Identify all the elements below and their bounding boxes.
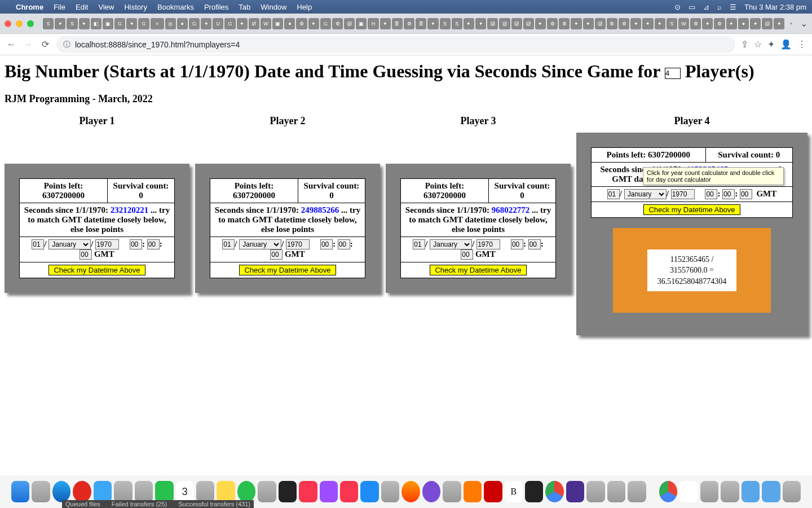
num-players-input[interactable]	[665, 68, 681, 79]
player-2-month-select[interactable]: January	[239, 239, 281, 249]
menu-tab[interactable]: Tab	[239, 3, 250, 11]
back-button[interactable]: ←	[6, 40, 17, 50]
dock-screen-icon[interactable]	[586, 481, 604, 502]
player-3-month-select[interactable]: January	[430, 239, 472, 249]
player-1-hh-input[interactable]	[130, 239, 142, 249]
menu-app[interactable]: Chrome	[16, 3, 43, 11]
dock-trash-icon[interactable]	[783, 481, 801, 502]
dock-gimp-icon[interactable]	[628, 481, 646, 502]
dock-downloads-icon[interactable]	[762, 481, 780, 502]
dock-filezilla-icon[interactable]	[484, 481, 502, 502]
tab-favicons[interactable]: S✦S✦◧▣G✦G × ◎●G✦UG✦ØW▣●⚙✦G⚙@▣H✦≣⚙≣✦SS✦✦@…	[43, 18, 797, 29]
dock-terminal-icon[interactable]	[525, 481, 543, 502]
player-3-check-button[interactable]: Check my Datetime Above	[430, 265, 526, 275]
dock-appstore-icon[interactable]	[360, 481, 378, 502]
menu-bookmarks[interactable]: Bookmarks	[157, 3, 194, 11]
dock-chrome2-icon[interactable]	[659, 481, 677, 502]
dock-textedit-icon[interactable]	[443, 481, 461, 502]
dock-pages-icon[interactable]	[464, 481, 482, 502]
player-3-seconds[interactable]: Seconds since 1/1/1970: 968022772 ... tr…	[401, 203, 556, 237]
forward-button[interactable]: →	[23, 40, 34, 50]
dock-reminders-icon[interactable]	[196, 481, 214, 502]
battery-icon[interactable]: ▭	[689, 3, 695, 11]
player-2-ss-input[interactable]	[270, 249, 283, 260]
dock-opera-icon[interactable]	[73, 481, 91, 502]
player-4-year-input[interactable]	[671, 189, 695, 199]
player-2-seconds[interactable]: Seconds since 1/1/1970: 249885266 ... tr…	[210, 203, 365, 237]
player-4-day-input[interactable]	[607, 189, 620, 199]
dock-systemprefs-icon[interactable]	[381, 481, 399, 502]
profile-avatar-icon[interactable]: 👤	[780, 39, 792, 50]
dock-maps-icon[interactable]	[258, 481, 276, 502]
dock-safari-icon[interactable]	[52, 481, 70, 502]
dock-firefox-icon[interactable]	[401, 481, 420, 502]
dock-photos-icon[interactable]	[135, 481, 153, 502]
dock-mamp-icon[interactable]: B	[505, 481, 523, 502]
player-4-month-select[interactable]: January	[624, 189, 667, 199]
player-2-check-button[interactable]: Check my Datetime Above	[239, 265, 336, 275]
active-tab[interactable]: ×	[151, 18, 164, 29]
dock-folder-icon[interactable]	[742, 481, 760, 502]
clock[interactable]: Thu 3 Mar 2:38 pm	[744, 3, 806, 11]
dock-podcasts-icon[interactable]	[320, 481, 338, 502]
wifi-icon[interactable]: ⊿	[703, 3, 709, 11]
dock-doc1-icon[interactable]	[700, 481, 718, 502]
minimize-window-icon[interactable]	[16, 20, 23, 27]
player-3-ss-input[interactable]	[461, 249, 473, 260]
player-3-year-input[interactable]	[476, 239, 500, 249]
player-4-mm-input[interactable]	[722, 189, 735, 199]
player-1-ss-input[interactable]	[80, 249, 92, 260]
player-2-year-input[interactable]	[286, 239, 310, 249]
player-1-month-select[interactable]: January	[48, 239, 91, 249]
dock-facetime-icon[interactable]	[155, 481, 173, 502]
address-bar[interactable]: ⓘ localhost:8888/since_1970.html?numplay…	[56, 36, 735, 53]
player-1-year-input[interactable]	[95, 239, 119, 249]
tab-overflow-icon[interactable]: ⌄	[800, 18, 807, 29]
control-center-icon[interactable]: ☰	[730, 3, 736, 11]
player-3-day-input[interactable]	[413, 239, 425, 249]
chrome-menu-icon[interactable]: ⋮	[797, 39, 806, 50]
menu-history[interactable]: History	[124, 3, 147, 11]
player-3-hh-input[interactable]	[511, 239, 523, 249]
player-2-hh-input[interactable]	[320, 239, 333, 249]
menu-profiles[interactable]: Profiles	[204, 3, 228, 11]
dock-tv-icon[interactable]	[279, 481, 297, 502]
share-icon[interactable]: ⇪	[741, 39, 748, 50]
dock-calendar-icon[interactable]: 3	[176, 481, 194, 502]
site-info-icon[interactable]: ⓘ	[63, 40, 70, 50]
player-1-seconds[interactable]: Seconds since 1/1/1970: 232120221 ... tr…	[20, 203, 175, 237]
menu-file[interactable]: File	[54, 3, 65, 11]
new-tab-button[interactable]: +	[785, 18, 796, 29]
calculator-panel[interactable]: 1152365465 / 31557600.0 = 36.51625804877…	[613, 228, 771, 313]
close-window-icon[interactable]	[5, 20, 11, 27]
maximize-window-icon[interactable]	[27, 20, 34, 27]
reload-button[interactable]: ⟳	[39, 39, 51, 50]
player-4-ss-input[interactable]	[740, 189, 752, 199]
menu-view[interactable]: View	[98, 3, 114, 11]
dock-notes-icon[interactable]	[217, 481, 235, 502]
player-4-hh-input[interactable]	[705, 189, 717, 199]
player-2-mm-input[interactable]	[338, 239, 350, 249]
dock-news-icon[interactable]	[340, 481, 358, 502]
menu-edit[interactable]: Edit	[76, 3, 88, 11]
dock-xcode-icon[interactable]	[607, 481, 625, 502]
bookmark-star-icon[interactable]: ☆	[754, 39, 762, 50]
record-icon[interactable]: ⊙	[674, 3, 681, 11]
dock-chrome-icon[interactable]	[545, 481, 563, 502]
dock-mail-icon[interactable]	[94, 481, 112, 502]
extensions-icon[interactable]: ✦	[767, 39, 775, 50]
search-icon[interactable]: ⌕	[717, 3, 722, 11]
menu-window[interactable]: Window	[261, 3, 286, 11]
window-controls[interactable]	[5, 20, 34, 27]
dock-doc2-icon[interactable]	[721, 481, 739, 502]
dock-contacts-icon[interactable]	[114, 481, 132, 502]
dock-intellij-icon[interactable]	[566, 481, 584, 502]
player-4-check-button[interactable]: Check my Datetime Above	[643, 204, 740, 215]
dock-calendar2-icon[interactable]	[679, 481, 698, 502]
dock-music-icon[interactable]	[299, 481, 317, 502]
player-1-mm-input[interactable]	[147, 239, 160, 249]
dock-finder-icon[interactable]	[11, 481, 29, 502]
close-tab-icon[interactable]: ×	[152, 18, 163, 29]
dock-launchpad-icon[interactable]	[32, 481, 50, 502]
dock-messages-icon[interactable]	[237, 481, 255, 502]
